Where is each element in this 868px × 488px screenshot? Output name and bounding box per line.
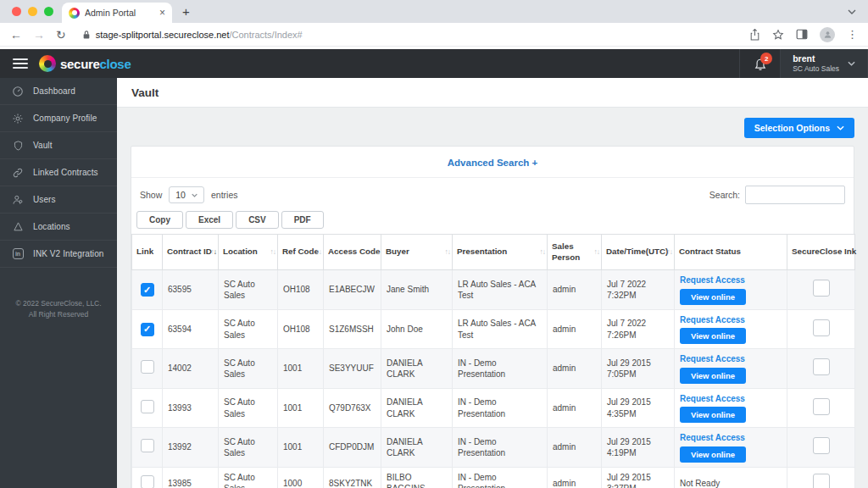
presentation-cell: IN - Demo Presentation — [453, 388, 548, 428]
table-row: 13985 SC Auto Sales 1000 8SKY2TNK BILBO … — [132, 467, 855, 488]
notification-badge: 2 — [760, 53, 772, 64]
contract-status-cell: Request Access View online — [675, 388, 787, 428]
share-icon[interactable] — [749, 29, 760, 41]
col-date-time[interactable]: Date/Time(UTC)↑↓ — [602, 235, 675, 270]
sidebar-item-locations[interactable]: Locations — [0, 214, 117, 241]
reload-icon[interactable]: ↻ — [56, 29, 66, 41]
sidebar-item-company-profile[interactable]: Company Profile — [0, 105, 117, 132]
pdf-button[interactable]: PDF — [281, 211, 324, 229]
col-sales-person[interactable]: Sales Person↑↓ — [548, 235, 602, 270]
table-row: 13993 SC Auto Sales 1001 Q79D763X DANIEL… — [132, 388, 855, 428]
sidebar-item-ink-v2-integration[interactable]: in INK V2 Integration — [0, 241, 117, 268]
bookmark-star-icon[interactable] — [772, 29, 784, 41]
access-code-cell: SE3YYUUF — [324, 349, 381, 389]
date-time-cell: Jul 29 20154:19PM — [602, 428, 675, 468]
access-code-cell: S1Z6MSSH — [324, 309, 381, 349]
excel-button[interactable]: Excel — [186, 211, 233, 229]
view-online-button[interactable]: View online — [680, 289, 746, 305]
ink-checkbox[interactable] — [813, 437, 830, 454]
back-icon[interactable]: ← — [10, 29, 22, 41]
link-checkbox[interactable] — [141, 439, 154, 452]
contract-status-text: Not Ready — [680, 478, 782, 488]
contracts-table: Link Contract ID↑↓ Location↑↓ Ref Code↑↓… — [131, 234, 855, 488]
view-online-button[interactable]: View online — [680, 368, 746, 384]
browser-menu-icon[interactable]: ⋮ — [847, 28, 858, 41]
hamburger-menu-icon[interactable] — [13, 49, 28, 78]
ref-code-cell: OH108 — [278, 309, 324, 349]
new-tab-button[interactable]: + — [182, 4, 190, 19]
contract-id-cell: 63594 — [163, 309, 219, 349]
contract-status-cell: Request Access View online — [675, 270, 787, 310]
page-title: Vault — [131, 86, 159, 99]
advanced-search-link[interactable]: Advanced Search + — [448, 158, 537, 168]
csv-button[interactable]: CSV — [236, 211, 279, 229]
buyer-cell: DANIELA CLARK — [381, 388, 453, 428]
view-online-button[interactable]: View online — [680, 446, 746, 463]
contract-id-cell: 13985 — [163, 467, 219, 488]
contract-status-text[interactable]: Request Access — [680, 314, 782, 326]
access-code-cell: CFDP0DJM — [324, 428, 381, 468]
location-cell: SC Auto Sales — [219, 309, 278, 349]
buyer-cell: DANIELA CLARK — [381, 428, 453, 468]
view-online-button[interactable]: View online — [680, 328, 746, 344]
page-size-select[interactable]: 10 — [169, 186, 204, 203]
sidebar: Dashboard Company Profile Vault Linked C… — [0, 78, 117, 488]
col-access-code[interactable]: Access Code↑↓ — [324, 235, 381, 270]
sales-person-cell: admin — [548, 388, 602, 428]
contract-status-text[interactable]: Request Access — [680, 353, 782, 365]
ink-checkbox[interactable] — [813, 319, 830, 336]
window-zoom-button[interactable] — [44, 7, 53, 16]
ref-code-cell: 1001 — [278, 349, 324, 389]
show-label: Show — [140, 190, 162, 200]
link-checkbox[interactable] — [141, 323, 154, 336]
address-bar[interactable]: stage-splitportal.secureclose.net/Contra… — [82, 30, 303, 40]
sidebar-item-dashboard[interactable]: Dashboard — [0, 78, 117, 105]
page-title-bar: Vault — [117, 78, 868, 108]
tab-overview-chevron-icon[interactable] — [848, 9, 856, 14]
window-controls — [0, 7, 62, 16]
contract-status-text[interactable]: Request Access — [680, 432, 782, 444]
table-row: 63595 SC Auto Sales OH108 E1ABECJW Jane … — [132, 270, 855, 310]
notifications-button[interactable]: 2 — [739, 49, 780, 78]
sidebar-item-users[interactable]: Users — [0, 186, 117, 214]
link-checkbox[interactable] — [141, 475, 154, 488]
sidebar-item-linked-contracts[interactable]: Linked Contracts — [0, 159, 117, 186]
user-name: brent — [793, 53, 815, 64]
col-presentation[interactable]: Presentation↑↓ — [453, 235, 548, 270]
contract-status-text[interactable]: Request Access — [680, 274, 782, 286]
view-online-button[interactable]: View online — [680, 407, 746, 423]
sidebar-item-vault[interactable]: Vault — [0, 132, 117, 159]
link-checkbox[interactable] — [141, 283, 154, 297]
selection-options-button[interactable]: Selection Options — [744, 118, 854, 138]
ink-checkbox[interactable] — [813, 280, 830, 297]
buyer-cell: BILBO BAGGINS — [381, 467, 453, 488]
col-buyer[interactable]: Buyer↑↓ — [381, 235, 453, 270]
split-view-icon[interactable] — [796, 29, 808, 40]
forward-icon[interactable]: → — [33, 29, 45, 41]
window-close-button[interactable] — [12, 7, 21, 16]
ink-checkbox[interactable] — [813, 358, 830, 375]
col-contract-status: Contract Status — [675, 235, 787, 270]
sales-person-cell: admin — [548, 309, 602, 349]
tab-close-icon[interactable]: × — [159, 8, 165, 18]
link-checkbox[interactable] — [141, 400, 154, 413]
col-contract-id[interactable]: Contract ID↑↓ — [163, 235, 219, 270]
table-row: 13992 SC Auto Sales 1001 CFDP0DJM DANIEL… — [132, 428, 855, 468]
browser-tab[interactable]: Admin Portal × — [62, 3, 172, 23]
ink-checkbox[interactable] — [813, 398, 830, 415]
browser-profile-avatar[interactable] — [820, 27, 835, 42]
copy-button[interactable]: Copy — [136, 211, 183, 229]
contract-status-text[interactable]: Request Access — [680, 393, 782, 405]
secureclose-logo[interactable]: secureclose — [39, 49, 131, 78]
contract-id-cell: 63595 — [163, 270, 219, 310]
table-row: 63594 SC Auto Sales OH108 S1Z6MSSH John … — [132, 309, 855, 349]
window-minimize-button[interactable] — [28, 7, 37, 16]
user-menu[interactable]: brent SC Auto Sales — [780, 49, 868, 78]
ink-checkbox[interactable] — [813, 474, 830, 488]
col-ref-code[interactable]: Ref Code↑↓ — [278, 235, 324, 270]
link-checkbox[interactable] — [141, 360, 154, 374]
search-input[interactable] — [745, 186, 845, 204]
ink-icon: in — [12, 248, 24, 260]
col-location[interactable]: Location↑↓ — [219, 235, 278, 270]
table-header-row: Link Contract ID↑↓ Location↑↓ Ref Code↑↓… — [132, 235, 855, 270]
